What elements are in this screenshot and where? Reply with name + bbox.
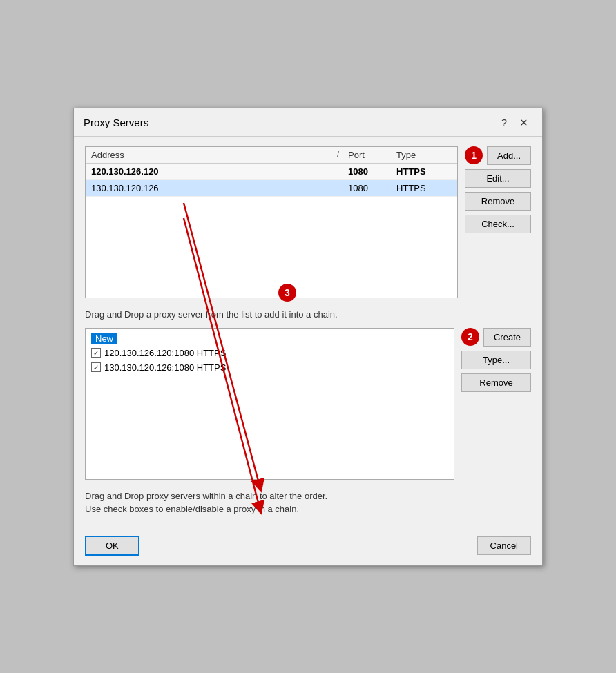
help-button[interactable]: ? (497, 115, 511, 130)
add-numbered-button[interactable]: 1 Add... (465, 146, 531, 165)
ok-button[interactable]: OK (85, 536, 139, 556)
type-button[interactable]: Type... (461, 351, 531, 369)
dialog-footer: OK Cancel (74, 529, 542, 565)
chain-item-checkbox-1[interactable] (91, 348, 101, 358)
remove-button-bottom[interactable]: Remove (461, 373, 531, 392)
add-button[interactable]: Add... (487, 146, 531, 165)
drag-hint-bottom-line1: Drag and Drop proxy servers within a cha… (85, 489, 531, 503)
row-address: 120.130.126.120 (91, 166, 348, 177)
row-address: 130.130.120.126 (91, 183, 348, 193)
badge-2: 2 (461, 328, 479, 346)
list-header: Address / Port Type (86, 147, 457, 164)
remove-button-top[interactable]: Remove (465, 192, 531, 211)
side-buttons-top: 1 Add... Edit... Remove Check... (465, 146, 531, 233)
drag-hint-bottom-line2: Use check boxes to enable/disable a prox… (85, 503, 531, 516)
title-bar: Proxy Servers ? ✕ (74, 108, 542, 137)
chain-item[interactable]: 130.130.120.126:1080 HTTPS (88, 360, 451, 375)
header-address: Address (91, 150, 337, 160)
title-bar-controls: ? ✕ (497, 115, 532, 130)
side-buttons-bottom: 2 Create Type... Remove (461, 328, 531, 392)
check-button[interactable]: Check... (465, 215, 531, 233)
chain-panel: New 120.130.126.120:1080 HTTPS 130.130.1… (85, 328, 454, 480)
chain-name-row: New (88, 331, 451, 346)
badge-1: 1 (465, 146, 483, 164)
table-row[interactable]: 130.130.120.126 1080 HTTPS (86, 180, 457, 197)
row-port: 1080 (348, 166, 396, 177)
cancel-button[interactable]: Cancel (477, 536, 531, 555)
dialog-wrapper: Proxy Servers ? ✕ Address / Port Type (73, 108, 543, 566)
chain-item-text-1: 120.130.126.120:1080 HTTPS (104, 348, 226, 358)
dialog-body: Address / Port Type 120.130.126.120 1080… (74, 137, 542, 529)
sort-indicator: / (337, 150, 348, 160)
chain-item-checkbox-2[interactable] (91, 362, 101, 372)
top-section: Address / Port Type 120.130.126.120 1080… (85, 146, 531, 298)
bottom-section: New 120.130.126.120:1080 HTTPS 130.130.1… (85, 328, 531, 480)
row-type: HTTPS (396, 166, 452, 177)
chain-item-text-2: 130.130.120.126:1080 HTTPS (104, 362, 226, 373)
proxy-servers-dialog: Proxy Servers ? ✕ Address / Port Type (73, 108, 543, 566)
edit-button[interactable]: Edit... (465, 169, 531, 188)
create-button[interactable]: Create (483, 328, 531, 347)
drag-hint-top: Drag and Drop a proxy server from the li… (85, 305, 531, 321)
header-type: Type (396, 150, 452, 160)
drag-hint-bottom: Drag and Drop proxy servers within a cha… (85, 487, 531, 519)
dialog-title: Proxy Servers (84, 117, 148, 128)
header-port: Port (348, 150, 396, 160)
row-port: 1080 (348, 183, 396, 193)
chain-item[interactable]: 120.130.126.120:1080 HTTPS (88, 346, 451, 360)
proxy-list-panel: Address / Port Type 120.130.126.120 1080… (85, 146, 458, 298)
table-row[interactable]: 120.130.126.120 1080 HTTPS (86, 164, 457, 180)
close-button[interactable]: ✕ (515, 115, 532, 130)
row-type: HTTPS (396, 183, 452, 193)
chain-name-label[interactable]: New (91, 333, 117, 344)
create-numbered-button[interactable]: 2 Create (461, 328, 531, 347)
